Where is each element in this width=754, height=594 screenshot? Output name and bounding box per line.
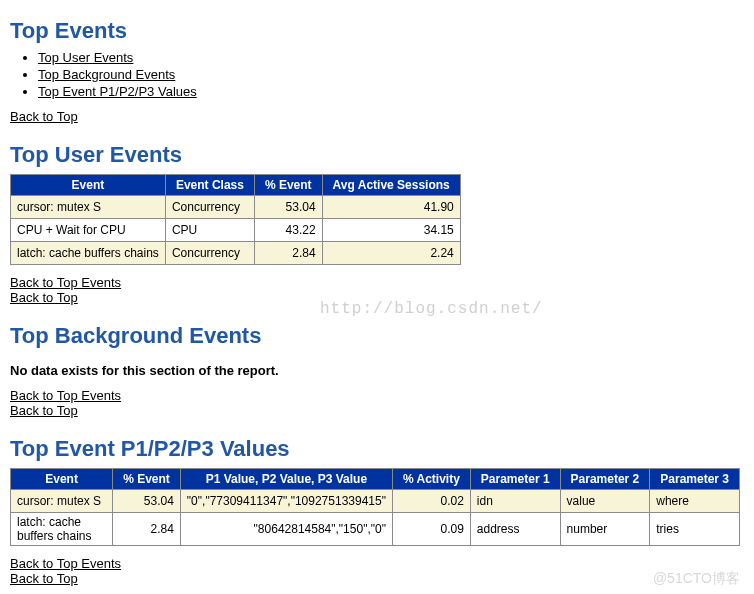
cell-event: latch: cache buffers chains <box>11 513 113 546</box>
toc-link-user-events[interactable]: Top User Events <box>38 50 133 65</box>
cell-p2: value <box>560 490 650 513</box>
back-to-top-link[interactable]: Back to Top <box>10 109 78 124</box>
col-param1: Parameter 1 <box>470 469 560 490</box>
top-events-toc: Top User Events Top Background Events To… <box>38 50 744 99</box>
col-param2: Parameter 2 <box>560 469 650 490</box>
col-event: Event <box>11 469 113 490</box>
cell-class: CPU <box>165 219 254 242</box>
cell-p3: where <box>650 490 740 513</box>
cell-pct: 53.04 <box>254 196 322 219</box>
cell-event: cursor: mutex S <box>11 490 113 513</box>
cell-avg: 34.15 <box>322 219 460 242</box>
bg-events-nodata: No data exists for this section of the r… <box>10 363 744 378</box>
col-p-values: P1 Value, P2 Value, P3 Value <box>180 469 392 490</box>
back-to-top-events-link[interactable]: Back to Top Events <box>10 388 121 403</box>
col-pct-activity: % Activity <box>392 469 470 490</box>
cell-class: Concurrency <box>165 242 254 265</box>
table-p-values: Event % Event P1 Value, P2 Value, P3 Val… <box>10 468 740 546</box>
section-title-user-events: Top User Events <box>10 142 744 168</box>
section-title-bg-events: Top Background Events <box>10 323 744 349</box>
table-row: cursor: mutex S 53.04 "0","77309411347",… <box>11 490 740 513</box>
cell-class: Concurrency <box>165 196 254 219</box>
col-event-class: Event Class <box>165 175 254 196</box>
cell-activity: 0.02 <box>392 490 470 513</box>
cell-pvals: "0","77309411347","1092751339415" <box>180 490 392 513</box>
cell-event: CPU + Wait for CPU <box>11 219 166 242</box>
table-row: latch: cache buffers chains Concurrency … <box>11 242 461 265</box>
cell-p3: tries <box>650 513 740 546</box>
cell-pct: 53.04 <box>113 490 181 513</box>
back-to-top-events-link[interactable]: Back to Top Events <box>10 275 121 290</box>
section-title-p-values: Top Event P1/P2/P3 Values <box>10 436 744 462</box>
col-avg-sessions: Avg Active Sessions <box>322 175 460 196</box>
col-event: Event <box>11 175 166 196</box>
col-param3: Parameter 3 <box>650 469 740 490</box>
page-title: Top Events <box>10 18 744 44</box>
table-row: latch: cache buffers chains 2.84 "806428… <box>11 513 740 546</box>
cell-pvals: "80642814584","150","0" <box>180 513 392 546</box>
cell-p1: idn <box>470 490 560 513</box>
table-row: CPU + Wait for CPU CPU 43.22 34.15 <box>11 219 461 242</box>
cell-pct: 43.22 <box>254 219 322 242</box>
cell-p2: number <box>560 513 650 546</box>
cell-event: latch: cache buffers chains <box>11 242 166 265</box>
back-to-top-events-link[interactable]: Back to Top Events <box>10 556 121 571</box>
col-pct-event: % Event <box>113 469 181 490</box>
cell-activity: 0.09 <box>392 513 470 546</box>
toc-link-p-values[interactable]: Top Event P1/P2/P3 Values <box>38 84 197 99</box>
cell-pct: 2.84 <box>254 242 322 265</box>
back-to-top-link[interactable]: Back to Top <box>10 290 78 305</box>
cell-avg: 41.90 <box>322 196 460 219</box>
back-to-top-link[interactable]: Back to Top <box>10 571 78 586</box>
table-user-events: Event Event Class % Event Avg Active Ses… <box>10 174 461 265</box>
table-row: cursor: mutex S Concurrency 53.04 41.90 <box>11 196 461 219</box>
back-to-top-link[interactable]: Back to Top <box>10 403 78 418</box>
cell-event: cursor: mutex S <box>11 196 166 219</box>
cell-avg: 2.24 <box>322 242 460 265</box>
toc-link-bg-events[interactable]: Top Background Events <box>38 67 175 82</box>
cell-pct: 2.84 <box>113 513 181 546</box>
col-pct-event: % Event <box>254 175 322 196</box>
cell-p1: address <box>470 513 560 546</box>
